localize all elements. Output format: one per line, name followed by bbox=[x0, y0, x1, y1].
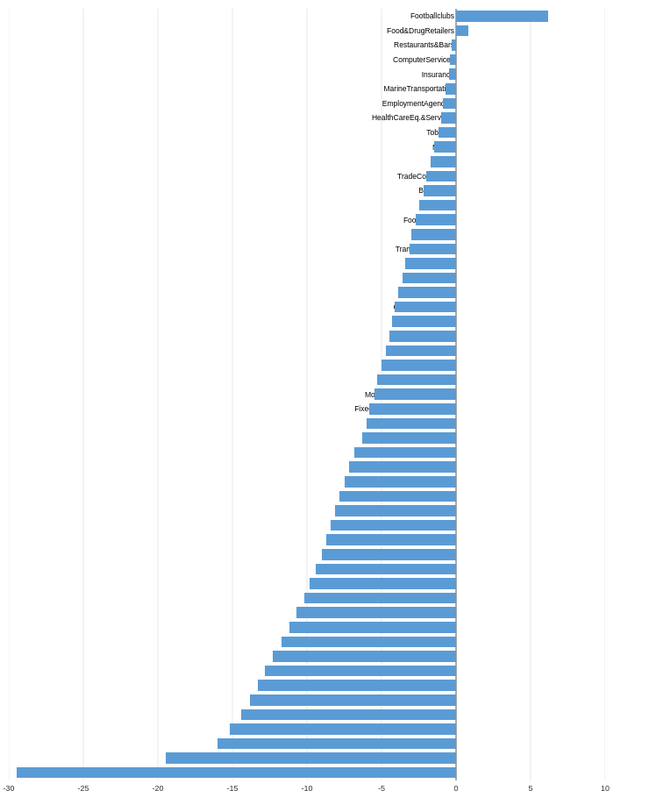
x-tick-label: -20 bbox=[152, 784, 163, 793]
bar-row: Energycompanies bbox=[9, 373, 605, 388]
bar bbox=[310, 578, 456, 589]
bar bbox=[230, 723, 456, 735]
bar bbox=[416, 214, 456, 225]
x-tick-label: 0 bbox=[453, 784, 458, 793]
bar-row: IT-consultancy bbox=[9, 271, 605, 286]
bar bbox=[443, 98, 456, 110]
bar bbox=[456, 11, 548, 22]
bar-row: Chemicals bbox=[9, 256, 605, 271]
bar bbox=[398, 287, 456, 298]
bar-row: FixedLineTelecommunications bbox=[9, 402, 605, 417]
bar bbox=[410, 244, 456, 255]
bar bbox=[374, 388, 457, 400]
bar bbox=[354, 447, 456, 459]
bar bbox=[335, 505, 456, 516]
bar-row: Airlines bbox=[9, 417, 605, 431]
bar-row: IndustrialGoods bbox=[9, 693, 605, 708]
chart-container: FootballclubsFood&DrugRetailersRestauran… bbox=[0, 0, 649, 812]
bar bbox=[439, 127, 456, 139]
bar-row: HealthCareEq.&Services bbox=[9, 110, 605, 125]
bar-row: GeneralRetailer bbox=[9, 445, 605, 460]
bar bbox=[392, 316, 456, 327]
bar bbox=[386, 345, 456, 357]
bar bbox=[345, 476, 457, 488]
bar-row: Publishers bbox=[9, 198, 605, 213]
bar bbox=[441, 112, 456, 124]
bar-row: Beverages bbox=[9, 183, 605, 198]
bar bbox=[304, 593, 456, 604]
bar bbox=[296, 607, 456, 618]
bar-row: FoodProducers bbox=[9, 212, 605, 227]
bar bbox=[339, 491, 456, 502]
bar bbox=[367, 418, 456, 430]
bar-row: Software&services bbox=[9, 358, 605, 373]
x-tick-label: 10 bbox=[601, 784, 610, 793]
bar-row: Aerospace&Defense bbox=[9, 547, 605, 562]
bar bbox=[316, 564, 456, 575]
bar-row: Banks bbox=[9, 154, 605, 169]
bar-row: Transport/Logistic bbox=[9, 242, 605, 257]
bar-row: Internet bbox=[9, 649, 605, 664]
bar bbox=[424, 185, 456, 196]
bar-row: Biotechnology bbox=[9, 431, 605, 445]
bar bbox=[282, 637, 456, 648]
bar-row: Financialservices bbox=[9, 314, 605, 329]
bar bbox=[250, 694, 456, 706]
bar bbox=[446, 83, 456, 95]
bars-container: FootballclubsFood&DrugRetailersRestauran… bbox=[9, 9, 605, 780]
bar-row: Cablecompanies/telecomservices bbox=[9, 737, 605, 751]
bar-row: Telecommunications bbox=[9, 562, 605, 577]
bar-row: Pharmaceuticals bbox=[9, 285, 605, 300]
bar-row: Television/radio bbox=[9, 722, 605, 737]
bar-row: Tobacco bbox=[9, 125, 605, 140]
bar bbox=[369, 403, 456, 415]
bar-row: HouseholdGoods bbox=[9, 503, 605, 518]
bar bbox=[419, 200, 457, 211]
bar bbox=[377, 374, 456, 386]
bar-row: Mining bbox=[9, 139, 605, 154]
bar-row: Travel&Tourism bbox=[9, 664, 605, 679]
bar bbox=[395, 302, 456, 313]
bar-row: MobileTelecommunications bbox=[9, 387, 605, 402]
bar bbox=[289, 622, 456, 633]
bar-row: ComputerServices bbox=[9, 53, 605, 68]
bar bbox=[258, 680, 456, 691]
bar bbox=[389, 331, 457, 342]
bar-label: Footballclubs bbox=[410, 11, 454, 20]
bar-row: Footballclubs bbox=[9, 9, 605, 24]
bar-row: PersonalGoods bbox=[9, 518, 605, 533]
bar-row: MarineTransportation bbox=[9, 82, 605, 96]
bar bbox=[403, 273, 456, 284]
bar-row: Food&DrugRetailers bbox=[9, 24, 605, 39]
bar-row: Construction/Infrastructure bbox=[9, 635, 605, 650]
bar-row: RealEstate bbox=[9, 227, 605, 242]
bar-row: Semiconductorindustry bbox=[9, 605, 605, 620]
x-tick-label: -5 bbox=[378, 784, 385, 793]
bar bbox=[349, 461, 456, 473]
x-tick-label: -15 bbox=[226, 784, 238, 793]
x-tick-label: -30 bbox=[3, 784, 14, 793]
bar-row: Insurance bbox=[9, 67, 605, 82]
bar-label: Food&DrugRetailers bbox=[387, 26, 454, 35]
bar bbox=[449, 68, 457, 80]
bar bbox=[450, 54, 456, 66]
bar bbox=[273, 651, 456, 662]
bar bbox=[326, 534, 456, 545]
bar-row: Hardware&Equipment bbox=[9, 474, 605, 489]
bar bbox=[431, 156, 456, 167]
bar bbox=[426, 171, 456, 182]
x-axis: -30-25-20-15-10-50510 bbox=[9, 784, 614, 801]
bar-row: DiversifiedIndustrials bbox=[9, 459, 605, 474]
x-tick-label: -10 bbox=[301, 784, 312, 793]
bar bbox=[241, 709, 456, 721]
x-tick-label: -25 bbox=[77, 784, 89, 793]
bar-row: EmploymentAgencies bbox=[9, 96, 605, 111]
bar-row: IndustrialEngineering bbox=[9, 576, 605, 591]
bar-row: TradeCompanies bbox=[9, 169, 605, 184]
bar bbox=[452, 39, 456, 51]
bar bbox=[218, 738, 456, 750]
bar-row: Restaurants&Bars bbox=[9, 38, 605, 53]
bar bbox=[331, 520, 456, 531]
bar bbox=[166, 752, 457, 764]
bar bbox=[322, 549, 456, 560]
